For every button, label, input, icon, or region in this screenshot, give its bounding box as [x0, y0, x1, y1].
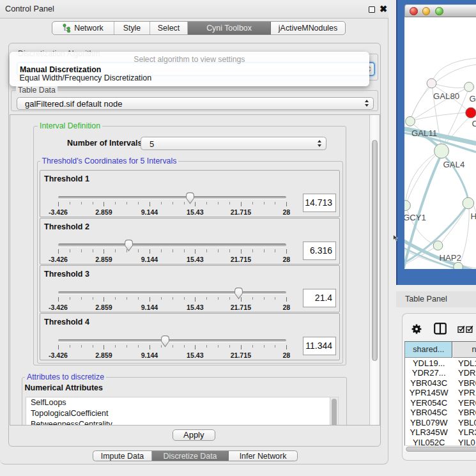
table-row[interactable]: YER054CYER0 — [405, 398, 476, 408]
network-node[interactable] — [434, 144, 449, 158]
tab-select[interactable]: Select — [150, 22, 188, 35]
table-row[interactable]: YBR045CYBR0 — [405, 408, 476, 418]
network-window-titlebar[interactable] — [404, 4, 476, 18]
slider-track[interactable] — [58, 196, 286, 199]
split-columns-icon[interactable] — [434, 323, 447, 335]
network-node[interactable] — [427, 79, 436, 88]
combobox-arrows-icon — [316, 137, 322, 150]
table-row[interactable]: YBL079WYBL0 — [405, 418, 476, 428]
slider-tick-label: 15.43 — [187, 351, 204, 359]
table-horizontal-scrollbar[interactable] — [404, 445, 476, 452]
table-row[interactable]: YBR043CYBR0 — [405, 378, 476, 388]
slider-tick-label: 2.859 — [95, 351, 112, 359]
close-traffic-light-icon[interactable] — [410, 7, 418, 15]
number-of-intervals-label: Number of Intervals — [67, 139, 142, 148]
table-row[interactable]: YDL19...YDL1 — [405, 358, 476, 369]
cell-name: YBR0 — [458, 408, 476, 418]
table-row[interactable]: YLR345WYLR3 — [405, 427, 476, 438]
control-panel-titlebar[interactable]: Control Panel ✖ — [0, 0, 388, 19]
table-data-group-title: Table Data — [16, 86, 58, 95]
slider-minor-tick — [138, 297, 139, 300]
tab-style[interactable]: Style — [114, 22, 150, 35]
tab-network[interactable]: Network — [52, 22, 114, 35]
threshold-value-field[interactable]: 6.316 — [303, 242, 336, 260]
tab-infer-network[interactable]: Infer Network — [229, 451, 297, 461]
slider-track[interactable] — [58, 339, 286, 342]
attribute-list-item[interactable]: SelfLoops — [26, 397, 330, 408]
column-header-shared-name[interactable]: shared... — [405, 342, 452, 358]
slider-major-tick — [286, 249, 287, 254]
table-row[interactable]: YPR145WYPR1 — [405, 388, 476, 398]
cell-name: YPR1 — [458, 388, 476, 398]
slider-thumb[interactable] — [185, 192, 196, 204]
table-panel-header[interactable]: Table Panel — [396, 291, 476, 307]
slider-major-tick — [241, 202, 242, 206]
slider-tick-label: 21.715 — [231, 256, 251, 263]
threshold-value-field[interactable]: 14.713 — [303, 194, 336, 212]
attribute-list-item[interactable]: TopologicalCoefficient — [26, 408, 330, 419]
number-of-intervals-combobox[interactable]: 5 — [141, 137, 326, 150]
network-node[interactable] — [464, 82, 473, 92]
slider-thumb[interactable] — [233, 287, 244, 300]
minimize-traffic-light-icon[interactable] — [422, 7, 431, 15]
slider-major-tick — [195, 297, 196, 302]
scrollbar-thumb[interactable] — [406, 447, 476, 452]
slider-minor-tick — [184, 297, 185, 300]
table-data-combobox[interactable]: galFiltered.sif default node — [17, 97, 374, 110]
float-window-icon[interactable] — [369, 6, 375, 13]
cell-name: YER0 — [458, 398, 476, 408]
slider-track[interactable] — [58, 243, 286, 247]
gear-icon[interactable] — [411, 324, 422, 334]
slider-minor-tick — [173, 345, 173, 348]
network-node-label: GA — [469, 94, 476, 104]
numerical-attributes-list[interactable]: SelfLoopsTopologicalCoefficientBetweenne… — [26, 397, 330, 426]
slider-minor-tick — [252, 297, 253, 300]
slider-thumb[interactable] — [123, 239, 134, 252]
checkbox-icon[interactable] — [457, 325, 465, 333]
slider-thumb[interactable] — [160, 335, 171, 348]
tab-discretize-data[interactable]: Discretize Data — [152, 451, 229, 461]
network-canvas[interactable]: GAL80GACGAL11GAL4GCY1HHAP2 — [404, 17, 476, 269]
slider-minor-tick — [81, 297, 82, 300]
slider-minor-tick — [218, 249, 219, 252]
slider-minor-tick — [206, 297, 207, 300]
network-node[interactable] — [463, 197, 474, 209]
dropdown-item-manual-discretization[interactable]: Manual Discretization — [20, 65, 101, 74]
slider-minor-tick — [70, 297, 70, 300]
slider-minor-tick — [229, 249, 230, 252]
scrollbar-thumb[interactable] — [332, 399, 337, 426]
column-header-name[interactable]: na — [453, 342, 476, 358]
slider-track[interactable] — [58, 291, 286, 295]
network-node[interactable] — [404, 201, 410, 211]
slider-major-tick — [58, 345, 59, 349]
table-row[interactable]: YDR27...YDR2 — [405, 368, 476, 378]
attributes-list-scrollbar[interactable] — [330, 397, 339, 426]
attribute-list-item[interactable]: BetweennessCentrality — [26, 419, 330, 426]
tab-jactivemnodules[interactable]: jActiveMNodules — [271, 22, 345, 35]
tab-label: Network — [74, 24, 103, 33]
slider-major-tick — [150, 249, 150, 254]
tab-impute-data[interactable]: Impute Data — [93, 451, 152, 461]
network-node[interactable] — [405, 116, 415, 126]
checkbox-icon[interactable] — [466, 325, 473, 333]
network-node[interactable] — [465, 107, 476, 118]
network-node[interactable] — [433, 241, 443, 250]
close-icon[interactable]: ✖ — [379, 3, 388, 15]
slider-tick-label: 9.144 — [141, 351, 158, 359]
settings-scrollbar[interactable] — [370, 115, 381, 425]
threshold-value-field[interactable]: 21.4 — [303, 289, 336, 307]
slider-tick-label: 9.144 — [141, 303, 158, 311]
slider-minor-tick — [138, 345, 139, 348]
network-node[interactable] — [453, 262, 463, 269]
network-graph: GAL80GACGAL11GAL4GCY1HHAP2 — [404, 17, 476, 269]
number-of-intervals-value: 5 — [150, 139, 154, 149]
scrollbar-thumb[interactable] — [372, 140, 378, 361]
zoom-traffic-light-icon[interactable] — [435, 7, 443, 15]
threshold-label: Threshold 3 — [44, 270, 89, 279]
tab-cyni-toolbox[interactable]: Cyni Toolbox — [188, 22, 271, 35]
dropdown-item-placeholder[interactable]: Select algorithm to view settings — [10, 55, 369, 64]
threshold-value-field[interactable]: 11.344 — [303, 337, 336, 355]
tab-label: Cyni Toolbox — [206, 24, 252, 33]
dropdown-item-equal-width[interactable]: Equal Width/Frequency Discretization — [20, 73, 152, 82]
apply-button[interactable]: Apply — [173, 429, 216, 441]
